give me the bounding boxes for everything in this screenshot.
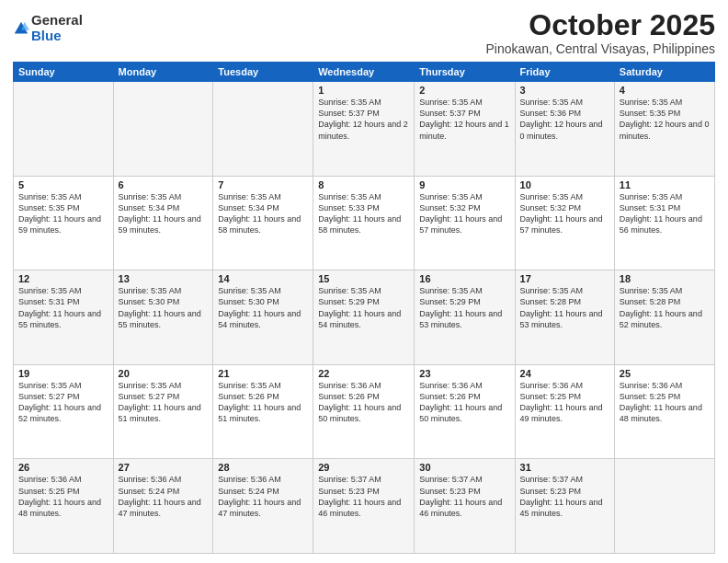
- cell-info: Sunrise: 5:35 AMSunset: 5:28 PMDaylight:…: [620, 286, 702, 328]
- logo-icon: [13, 20, 29, 37]
- day-number: 31: [520, 462, 609, 473]
- table-row: 24Sunrise: 5:36 AMSunset: 5:25 PMDayligh…: [515, 364, 614, 459]
- header: General Blue October 2025 Pinokawan, Cen…: [13, 9, 715, 56]
- col-saturday: Saturday: [614, 63, 714, 82]
- calendar-title: October 2025: [485, 9, 715, 41]
- cell-info: Sunrise: 5:36 AMSunset: 5:25 PMDaylight:…: [18, 475, 101, 517]
- cell-info: Sunrise: 5:35 AMSunset: 5:29 PMDaylight:…: [419, 286, 502, 328]
- cell-info: Sunrise: 5:35 AMSunset: 5:26 PMDaylight:…: [218, 381, 301, 423]
- calendar-week-3: 12Sunrise: 5:35 AMSunset: 5:31 PMDayligh…: [14, 270, 715, 365]
- day-number: 28: [218, 462, 308, 473]
- logo-text: General Blue: [31, 13, 83, 43]
- cell-info: Sunrise: 5:35 AMSunset: 5:35 PMDaylight:…: [18, 192, 101, 235]
- day-number: 5: [18, 179, 108, 190]
- cell-info: Sunrise: 5:35 AMSunset: 5:29 PMDaylight:…: [318, 286, 401, 328]
- table-row: 27Sunrise: 5:36 AMSunset: 5:24 PMDayligh…: [113, 459, 213, 554]
- day-number: 30: [419, 462, 509, 473]
- day-number: 6: [119, 179, 209, 190]
- calendar-week-1: 1Sunrise: 5:35 AMSunset: 5:37 PMDaylight…: [14, 82, 715, 177]
- day-number: 15: [318, 273, 409, 284]
- day-number: 3: [520, 85, 609, 96]
- table-row: [113, 82, 213, 177]
- day-number: 2: [419, 85, 509, 96]
- cell-info: Sunrise: 5:36 AMSunset: 5:24 PMDaylight:…: [119, 475, 201, 517]
- table-row: 28Sunrise: 5:36 AMSunset: 5:24 PMDayligh…: [213, 459, 313, 554]
- cell-info: Sunrise: 5:36 AMSunset: 5:26 PMDaylight:…: [318, 381, 401, 423]
- day-number: 7: [218, 179, 308, 190]
- calendar-page: General Blue October 2025 Pinokawan, Cen…: [0, 0, 728, 563]
- table-row: 6Sunrise: 5:35 AMSunset: 5:34 PMDaylight…: [113, 176, 213, 270]
- table-row: 25Sunrise: 5:36 AMSunset: 5:25 PMDayligh…: [614, 364, 714, 459]
- calendar-week-2: 5Sunrise: 5:35 AMSunset: 5:35 PMDaylight…: [14, 176, 715, 270]
- cell-info: Sunrise: 5:36 AMSunset: 5:26 PMDaylight:…: [419, 381, 502, 423]
- cell-info: Sunrise: 5:35 AMSunset: 5:34 PMDaylight:…: [119, 192, 201, 235]
- day-number: 11: [620, 179, 710, 190]
- day-number: 12: [18, 273, 108, 284]
- table-row: 13Sunrise: 5:35 AMSunset: 5:30 PMDayligh…: [113, 270, 213, 365]
- day-number: 1: [318, 85, 409, 96]
- table-row: 7Sunrise: 5:35 AMSunset: 5:34 PMDaylight…: [213, 176, 313, 270]
- table-row: 17Sunrise: 5:35 AMSunset: 5:28 PMDayligh…: [515, 270, 614, 365]
- logo-blue: Blue: [31, 29, 83, 44]
- cell-info: Sunrise: 5:36 AMSunset: 5:25 PMDaylight:…: [520, 381, 603, 423]
- table-row: 10Sunrise: 5:35 AMSunset: 5:32 PMDayligh…: [515, 176, 614, 270]
- calendar-table: Sunday Monday Tuesday Wednesday Thursday…: [13, 62, 715, 554]
- table-row: 9Sunrise: 5:35 AMSunset: 5:32 PMDaylight…: [415, 176, 515, 270]
- cell-info: Sunrise: 5:35 AMSunset: 5:32 PMDaylight:…: [520, 192, 603, 235]
- day-number: 27: [119, 462, 209, 473]
- table-row: [614, 459, 714, 554]
- table-row: 8Sunrise: 5:35 AMSunset: 5:33 PMDaylight…: [313, 176, 415, 270]
- day-number: 17: [520, 273, 609, 284]
- logo-general: General: [31, 13, 83, 29]
- col-tuesday: Tuesday: [213, 63, 313, 82]
- table-row: 18Sunrise: 5:35 AMSunset: 5:28 PMDayligh…: [614, 270, 714, 365]
- cell-info: Sunrise: 5:35 AMSunset: 5:36 PMDaylight:…: [520, 98, 603, 140]
- table-row: 5Sunrise: 5:35 AMSunset: 5:35 PMDaylight…: [14, 176, 114, 270]
- col-friday: Friday: [515, 63, 614, 82]
- table-row: 23Sunrise: 5:36 AMSunset: 5:26 PMDayligh…: [415, 364, 515, 459]
- table-row: 30Sunrise: 5:37 AMSunset: 5:23 PMDayligh…: [415, 459, 515, 554]
- cell-info: Sunrise: 5:35 AMSunset: 5:27 PMDaylight:…: [119, 381, 201, 423]
- day-number: 4: [620, 85, 710, 96]
- col-monday: Monday: [113, 63, 213, 82]
- col-thursday: Thursday: [415, 63, 515, 82]
- col-sunday: Sunday: [14, 63, 114, 82]
- day-number: 20: [119, 368, 209, 379]
- day-number: 29: [318, 462, 409, 473]
- table-row: 22Sunrise: 5:36 AMSunset: 5:26 PMDayligh…: [313, 364, 415, 459]
- cell-info: Sunrise: 5:35 AMSunset: 5:31 PMDaylight:…: [18, 286, 101, 328]
- calendar-week-4: 19Sunrise: 5:35 AMSunset: 5:27 PMDayligh…: [14, 364, 715, 459]
- cell-info: Sunrise: 5:35 AMSunset: 5:30 PMDaylight:…: [218, 286, 301, 328]
- table-row: 16Sunrise: 5:35 AMSunset: 5:29 PMDayligh…: [415, 270, 515, 365]
- cell-info: Sunrise: 5:35 AMSunset: 5:32 PMDaylight:…: [419, 192, 502, 235]
- table-row: 2Sunrise: 5:35 AMSunset: 5:37 PMDaylight…: [415, 82, 515, 177]
- day-number: 26: [18, 462, 108, 473]
- day-number: 10: [520, 179, 609, 190]
- day-number: 16: [419, 273, 509, 284]
- day-number: 19: [18, 368, 108, 379]
- day-number: 18: [620, 273, 710, 284]
- logo: General Blue: [13, 13, 83, 43]
- table-row: 1Sunrise: 5:35 AMSunset: 5:37 PMDaylight…: [313, 82, 415, 177]
- cell-info: Sunrise: 5:36 AMSunset: 5:24 PMDaylight:…: [218, 475, 301, 517]
- day-number: 14: [218, 273, 308, 284]
- table-row: 29Sunrise: 5:37 AMSunset: 5:23 PMDayligh…: [313, 459, 415, 554]
- table-row: 15Sunrise: 5:35 AMSunset: 5:29 PMDayligh…: [313, 270, 415, 365]
- table-row: [213, 82, 313, 177]
- table-row: 12Sunrise: 5:35 AMSunset: 5:31 PMDayligh…: [14, 270, 114, 365]
- cell-info: Sunrise: 5:35 AMSunset: 5:37 PMDaylight:…: [419, 98, 509, 140]
- cell-info: Sunrise: 5:35 AMSunset: 5:30 PMDaylight:…: [119, 286, 201, 328]
- day-number: 22: [318, 368, 409, 379]
- cell-info: Sunrise: 5:36 AMSunset: 5:25 PMDaylight:…: [620, 381, 702, 423]
- cell-info: Sunrise: 5:37 AMSunset: 5:23 PMDaylight:…: [520, 475, 603, 517]
- cell-info: Sunrise: 5:37 AMSunset: 5:23 PMDaylight:…: [318, 475, 401, 517]
- cell-info: Sunrise: 5:35 AMSunset: 5:37 PMDaylight:…: [318, 98, 408, 140]
- cell-info: Sunrise: 5:35 AMSunset: 5:35 PMDaylight:…: [620, 98, 710, 140]
- day-number: 9: [419, 179, 509, 190]
- cell-info: Sunrise: 5:35 AMSunset: 5:27 PMDaylight:…: [18, 381, 101, 423]
- table-row: [14, 82, 114, 177]
- cell-info: Sunrise: 5:37 AMSunset: 5:23 PMDaylight:…: [419, 475, 502, 517]
- cell-info: Sunrise: 5:35 AMSunset: 5:31 PMDaylight:…: [620, 192, 702, 235]
- day-number: 25: [620, 368, 710, 379]
- table-row: 19Sunrise: 5:35 AMSunset: 5:27 PMDayligh…: [14, 364, 114, 459]
